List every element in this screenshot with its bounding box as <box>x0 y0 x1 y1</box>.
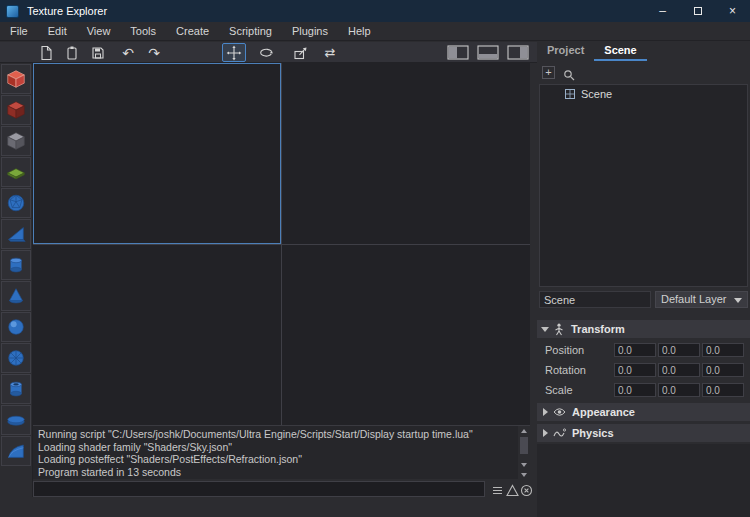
command-input[interactable] <box>33 481 485 497</box>
menu-scripting[interactable]: Scripting <box>219 22 282 41</box>
transform-position-row: Position <box>537 342 750 358</box>
new-scene-button[interactable] <box>34 43 58 62</box>
layout-left-pane-button[interactable] <box>446 43 470 62</box>
error-circle-icon <box>520 484 533 497</box>
menu-create[interactable]: Create <box>166 22 219 41</box>
warning-triangle-icon <box>506 484 519 497</box>
scale-x-field[interactable] <box>614 383 656 397</box>
scale-y-field[interactable] <box>658 383 700 397</box>
viewport-top-left[interactable] <box>33 63 281 244</box>
swap-icon: ⇄ <box>325 46 336 59</box>
console-line: Program started in 13 seconds <box>38 466 513 479</box>
search-icon <box>563 69 575 81</box>
wedge-icon <box>5 223 27 245</box>
menu-bar: File Edit View Tools Create Scripting Pl… <box>0 22 750 41</box>
close-button[interactable]: × <box>715 0 750 22</box>
add-entity-button[interactable]: + <box>542 66 555 79</box>
section-appearance-label: Appearance <box>572 406 635 418</box>
primitive-box-gray-button[interactable] <box>1 126 31 156</box>
swap-axes-button[interactable]: ⇄ <box>318 43 342 62</box>
primitive-cylinder-button[interactable] <box>1 250 31 280</box>
chevron-down-icon <box>734 298 742 303</box>
errors-filter-button[interactable] <box>520 483 533 496</box>
warnings-filter-button[interactable] <box>506 483 519 496</box>
window-controls: – × <box>645 0 750 22</box>
list-icon <box>491 484 504 497</box>
viewport-bottom-left[interactable] <box>33 245 281 426</box>
tab-scene[interactable]: Scene <box>594 41 646 61</box>
minimize-button[interactable]: – <box>645 0 680 22</box>
layout-bottom-pane-button[interactable] <box>476 43 500 62</box>
rotate-tool-button[interactable] <box>254 43 278 62</box>
primitive-icosphere-button[interactable] <box>1 188 31 218</box>
layout-left-icon <box>447 45 469 60</box>
primitive-tube-button[interactable] <box>1 374 31 404</box>
redo-button[interactable]: ↷ <box>142 43 166 62</box>
primitive-ramp-button[interactable] <box>1 436 31 466</box>
paste-button[interactable] <box>60 43 84 62</box>
layer-dropdown[interactable]: Default Layer <box>655 291 748 308</box>
section-transform-header[interactable]: Transform <box>537 320 750 338</box>
app-icon <box>6 5 19 18</box>
disc-icon <box>5 409 27 431</box>
save-icon <box>90 45 106 61</box>
primitive-cone-button[interactable] <box>1 281 31 311</box>
sphere-icon <box>5 316 27 338</box>
position-y-field[interactable] <box>658 343 700 357</box>
viewport-top-right[interactable] <box>282 63 530 244</box>
primitive-disc-button[interactable] <box>1 405 31 435</box>
rotation-x-field[interactable] <box>614 363 656 377</box>
console-log: Running script "C:/Users/joshk/Documents… <box>33 426 518 479</box>
scroll-down-button[interactable] <box>518 460 530 470</box>
position-z-field[interactable] <box>702 343 744 357</box>
reset-transform-button[interactable] <box>288 43 312 62</box>
box-arrow-icon <box>292 45 308 61</box>
console-scrollbar[interactable] <box>518 426 530 480</box>
menu-tools[interactable]: Tools <box>120 22 166 41</box>
transform-rotation-row: Rotation <box>537 362 750 378</box>
primitive-plane-green-button[interactable] <box>1 157 31 187</box>
tab-project[interactable]: Project <box>537 41 594 61</box>
viewport-bottom-right[interactable] <box>282 245 530 426</box>
primitive-sidebar <box>0 63 33 497</box>
expander-icon <box>537 408 553 416</box>
search-button[interactable] <box>563 67 575 79</box>
save-button[interactable] <box>86 43 110 62</box>
position-x-field[interactable] <box>614 343 656 357</box>
window-title: Texture Explorer <box>27 5 107 17</box>
layout-right-pane-button[interactable] <box>506 43 530 62</box>
primitive-sphere-button[interactable] <box>1 312 31 342</box>
scroll-down-button-2[interactable] <box>518 470 530 480</box>
rotation-y-field[interactable] <box>658 363 700 377</box>
tree-item-scene[interactable]: Scene <box>540 85 747 103</box>
section-appearance-header[interactable]: Appearance <box>537 403 750 421</box>
maximize-icon <box>694 7 702 15</box>
rotation-z-field[interactable] <box>702 363 744 377</box>
maximize-button[interactable] <box>680 0 715 22</box>
translate-tool-button[interactable] <box>222 43 246 62</box>
menu-edit[interactable]: Edit <box>38 22 77 41</box>
entity-name-field[interactable] <box>539 291 651 308</box>
scroll-up-button[interactable] <box>518 426 530 436</box>
menu-plugins[interactable]: Plugins <box>282 22 338 41</box>
scroll-thumb[interactable] <box>520 437 528 454</box>
primitive-box-dark-red-button[interactable] <box>1 95 31 125</box>
scene-tree: Scene <box>539 84 748 287</box>
section-physics-header[interactable]: Physics <box>537 424 750 442</box>
scale-z-field[interactable] <box>702 383 744 397</box>
expander-icon <box>537 327 553 332</box>
inspector-empty-area <box>537 444 750 517</box>
primitive-wedge-button[interactable] <box>1 219 31 249</box>
console-line: Loading posteffect "Shaders/PostEffects/… <box>38 453 513 466</box>
menu-file[interactable]: File <box>0 22 38 41</box>
menu-help[interactable]: Help <box>338 22 381 41</box>
texture-explorer-window: Texture Explorer – × File Edit View Tool… <box>0 0 750 517</box>
new-file-icon <box>38 45 54 61</box>
undo-icon: ↶ <box>122 46 134 60</box>
undo-button[interactable]: ↶ <box>116 43 140 62</box>
menu-view[interactable]: View <box>77 22 121 41</box>
primitive-geosphere-button[interactable] <box>1 343 31 373</box>
log-filter-button[interactable] <box>491 483 504 496</box>
plane-green-icon <box>5 161 27 183</box>
primitive-box-red-button[interactable] <box>1 64 31 94</box>
